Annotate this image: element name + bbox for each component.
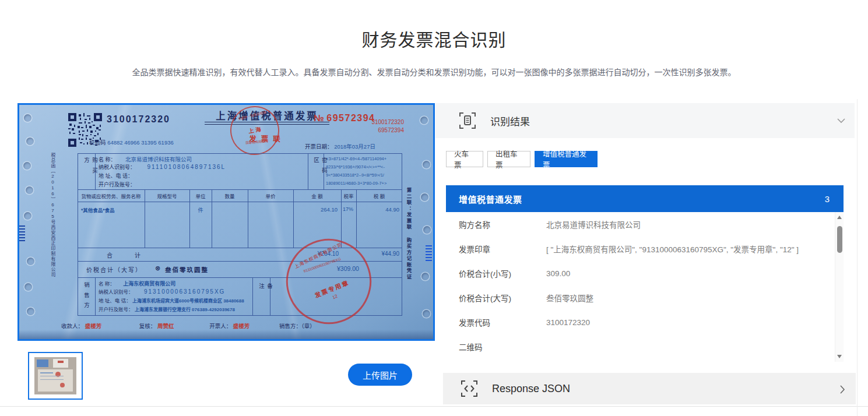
seller-bank-value: 上海浦东发展银行空港支行 076389-4292039678 xyxy=(135,307,235,312)
thumb-line xyxy=(40,376,64,376)
seller-name-value: 上海东权商贸有限公司 xyxy=(123,281,175,287)
punch-hole xyxy=(420,117,428,124)
check-code-value: 64882 46966 31395 61936 xyxy=(107,139,174,146)
buyer-bank-label: 开户行及账号： xyxy=(99,182,135,188)
chevron-right-icon[interactable] xyxy=(840,385,845,394)
col-header-price: 单价 xyxy=(248,192,293,199)
page-scroll-edge xyxy=(857,99,858,416)
total-label: 合 计 xyxy=(107,251,149,259)
tab-train-ticket[interactable]: 火车票 xyxy=(446,151,483,167)
seller-addr-value: 上海浦东机场迎宾大道6000号候机楼商业区 38480688 xyxy=(132,298,244,304)
password-line: 9<*380433518*2--9<8/*59>/1/ xyxy=(326,171,402,179)
invoice-left-margin-text: 税总函〔2016〕675号西安西正印制有限公司 xyxy=(50,153,56,327)
item-tax-rate: 17% xyxy=(341,206,355,212)
result-card-header: 增值税普通发票 3 xyxy=(446,185,844,212)
scrollbar-up-arrow[interactable] xyxy=(837,216,842,219)
field-label: 购方名称 xyxy=(459,218,546,230)
seller-tag: 销售方 xyxy=(82,282,90,313)
table-rule xyxy=(252,277,253,316)
buyer-taxid-label: 纳税人识别号： xyxy=(99,164,135,170)
punch-hole xyxy=(24,114,31,122)
field-value: 叁佰零玖圆整 xyxy=(546,292,593,304)
thumbnail-selected[interactable] xyxy=(28,352,83,400)
results-scrollbar[interactable] xyxy=(835,212,844,362)
result-section-header[interactable]: 识别结果 xyxy=(435,103,855,138)
tab-taxi-ticket[interactable]: 出租车票 xyxy=(487,151,530,167)
thumb-line xyxy=(40,379,64,380)
field-label: 价税合计(大写) xyxy=(459,292,546,304)
issue-date-value: 2018年03月27日 xyxy=(334,143,375,150)
table-rule xyxy=(95,277,96,316)
result-row: 发票代码 3100172320 xyxy=(446,310,819,334)
note-tag: 备注 xyxy=(257,283,273,312)
result-row: 价税合计(大写) 叁佰零玖圆整 xyxy=(446,285,819,310)
anti-fraud-symbol: ⊗ xyxy=(155,265,160,272)
punch-hole xyxy=(26,138,34,145)
result-row: 购方名称 北京易道博识科技有限公司 xyxy=(446,212,819,237)
upload-image-button[interactable]: 上传图片 xyxy=(348,364,412,386)
page-subtitle: 全品类票据快速精准识别，有效代替人工录入。具备发票自动分割、发票自动分类和发票识… xyxy=(0,66,868,77)
punch-hole xyxy=(24,212,31,220)
reviewer-value: 周赞红 xyxy=(157,323,174,329)
scan-document-icon xyxy=(459,112,476,129)
result-row: 发票印章 [ "上海东权商贸有限公司", "9131000063160795XG… xyxy=(446,237,819,261)
password-line: 18089011/4680-3+3*80-09-7+> xyxy=(326,179,402,188)
seal-bottom-text: 国家税务局监制 xyxy=(237,138,276,146)
thumb-red-mark xyxy=(58,361,64,363)
buyer-tag: 购买方 xyxy=(82,157,99,188)
field-label: 二维码 xyxy=(459,341,546,352)
edge-barcode xyxy=(426,244,432,261)
edge-barcode xyxy=(19,225,25,241)
issue-date-label: 开票日期： xyxy=(305,143,333,150)
item-tax: 44.90 xyxy=(356,206,399,213)
scrollbar-down-arrow[interactable] xyxy=(837,355,842,358)
buyer-taxid-value: 91110108064897136L xyxy=(147,164,226,170)
grand-total-label: 价税合计（大写） xyxy=(86,265,142,274)
punch-hole xyxy=(24,283,32,291)
buyer-name-value: 北京易道博识科技有限公司 xyxy=(125,156,192,163)
result-field-list: 购方名称 北京易道博识科技有限公司 发票印章 [ "上海东权商贸有限公司", "… xyxy=(446,212,844,362)
password-line: 8233/*6*1936+/9074>/<>+**<- xyxy=(326,163,402,171)
scrollbar-thumb[interactable] xyxy=(837,226,842,253)
thumb-stamp xyxy=(60,383,65,387)
response-json-header[interactable]: Response JSON xyxy=(443,373,856,404)
table-rule xyxy=(308,153,308,189)
punch-hole xyxy=(423,310,430,318)
col-header-name: 货物或应税劳务、服务名称 xyxy=(78,192,145,199)
reviewer-label: 复核： xyxy=(139,323,156,329)
section-divider xyxy=(0,406,868,407)
chevron-down-icon[interactable] xyxy=(837,118,845,124)
punch-hole xyxy=(26,186,33,194)
response-json-title: Response JSON xyxy=(492,383,570,395)
col-header-rate: 税率 xyxy=(341,192,356,199)
result-row: 价税合计(小写) 309.00 xyxy=(446,261,819,285)
field-value: [ "上海东权商贸有限公司", "9131000063160795XG", "发… xyxy=(546,243,799,255)
drawer-value: 盛楼芳 xyxy=(233,323,250,329)
punch-hole xyxy=(23,162,31,170)
seller-taxid-value: 9131000063160795XG xyxy=(144,288,225,295)
invoice-photo: 税总函〔2016〕675号西安西正印制有限公司 第二联：发票联 购买方记账凭证 xyxy=(19,105,433,339)
grand-total-cn: 叁佰零玖圆整 xyxy=(165,265,209,274)
field-label: 价税合计(小写) xyxy=(459,267,546,279)
table-rule xyxy=(78,202,402,202)
thumb-train-ticket xyxy=(37,359,48,367)
seller-sign-label: 销售方：（章） xyxy=(279,323,315,329)
item-unit: 件 xyxy=(189,206,212,214)
field-label: 发票代码 xyxy=(459,316,546,328)
punch-hole xyxy=(423,161,430,168)
invoice-no-prefix: № xyxy=(314,113,324,123)
item-amount: 264.10 xyxy=(293,206,338,213)
invoice-code-top: 3100172320 xyxy=(107,114,170,125)
col-header-spec: 规格型号 xyxy=(145,192,189,199)
table-rule xyxy=(78,189,402,190)
field-label: 发票印章 xyxy=(459,243,546,255)
item-name: *其他食品*食品 xyxy=(81,206,115,213)
invoice-right-margin-text: 第二联：发票联 购买方记账凭证 xyxy=(405,188,412,327)
image-preview[interactable]: 税总函〔2016〕675号西安西正印制有限公司 第二联：发票联 购买方记账凭证 xyxy=(17,103,435,341)
buyer-addr-label: 地 址、电 话： xyxy=(99,173,133,179)
seller-taxid-label: 纳税人识别号： xyxy=(99,289,133,295)
payee-label: 收款人： xyxy=(61,323,83,329)
punch-hole xyxy=(421,273,429,280)
tab-vat-invoice[interactable]: 增值税普通发票 xyxy=(535,151,598,167)
corner-code: 3100172320 xyxy=(343,119,404,125)
